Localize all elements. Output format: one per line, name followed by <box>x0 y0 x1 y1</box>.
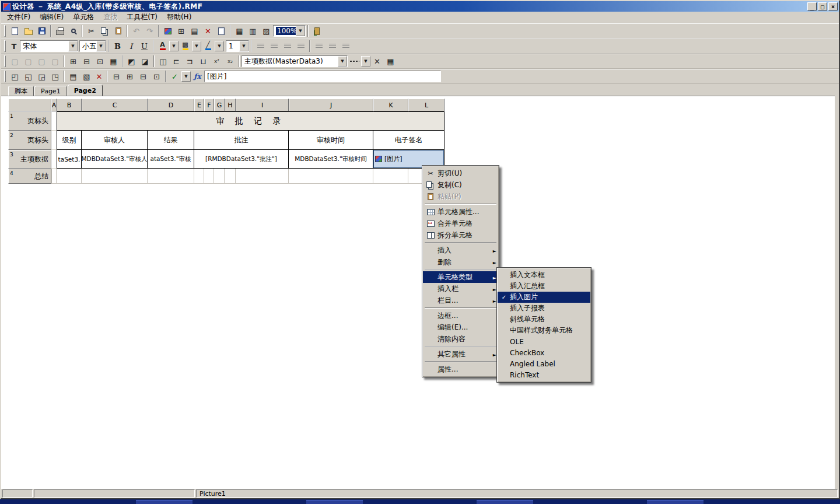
submenu-item-diagonal-cell[interactable]: 斜线单元格 <box>498 314 590 325</box>
print-button[interactable] <box>53 24 66 37</box>
cell-g4[interactable] <box>214 169 225 184</box>
fill-color-dropdown-icon[interactable] <box>192 41 201 51</box>
border-horizontal-button[interactable] <box>80 55 93 68</box>
col-header-k[interactable]: K <box>373 99 408 111</box>
cell-a4[interactable] <box>51 169 57 184</box>
col-header-a[interactable]: A <box>51 99 57 111</box>
header-cell-signature[interactable]: 电子签名 <box>373 131 444 150</box>
font-tool-button[interactable]: T <box>8 40 20 52</box>
valign-middle-button[interactable] <box>326 40 339 52</box>
menu-toolbars[interactable]: 工具栏(T) <box>122 11 162 23</box>
underline-button[interactable]: U <box>138 40 151 52</box>
copy-button[interactable] <box>98 24 111 37</box>
data-cell-level[interactable]: taSet3. <box>57 150 82 169</box>
exit-button[interactable] <box>310 24 324 37</box>
col-header-i[interactable]: I <box>236 99 289 111</box>
cell-k4[interactable] <box>373 169 408 184</box>
insert-col-right-button[interactable] <box>48 70 62 83</box>
taskbar-button[interactable] <box>647 500 704 504</box>
zoom-dropdown-icon[interactable] <box>296 26 305 36</box>
cell-e4[interactable] <box>194 169 204 184</box>
data-cell-reviewer[interactable]: MDBDataSet3."审核人 <box>82 150 148 169</box>
diagonal-down-button[interactable] <box>125 55 138 68</box>
toolbar-grip[interactable] <box>4 40 6 52</box>
band-footer-button[interactable] <box>136 70 150 83</box>
zoom-combo[interactable]: 100% <box>273 25 306 37</box>
show-grid-button[interactable] <box>384 55 397 68</box>
align-center-button[interactable] <box>267 40 281 52</box>
data-cell-time[interactable]: MDBDataSet3."审核时间 <box>289 150 373 169</box>
menu-item-cut[interactable]: ✂ 剪切(U) <box>423 167 498 179</box>
align-left-button[interactable] <box>254 40 267 52</box>
open-button[interactable] <box>22 24 35 37</box>
menu-item-edit[interactable]: 编辑(E)... <box>423 321 498 333</box>
font-name-combo[interactable]: 宋体 <box>20 40 78 52</box>
menu-cell[interactable]: 单元格 <box>68 11 99 23</box>
minimize-button[interactable]: _ <box>807 2 817 10</box>
merge-cells-button[interactable] <box>156 55 170 68</box>
band-summary-button[interactable] <box>150 70 163 83</box>
menu-item-paste[interactable]: 粘贴(P) <box>423 191 498 202</box>
band-detail-button[interactable] <box>123 70 136 83</box>
submenu-item-insert-subreport[interactable]: 插入子报表 <box>498 303 590 314</box>
delete-report-item-button[interactable] <box>201 24 215 37</box>
cell-c4[interactable] <box>82 169 148 184</box>
line-width-combo[interactable]: 1 <box>226 40 249 52</box>
menu-help[interactable]: 帮助(H) <box>162 11 196 23</box>
tab-page1[interactable]: Page1 <box>34 86 67 96</box>
row-header-4[interactable]: 4 总结 <box>8 169 51 184</box>
cell-b4[interactable] <box>57 169 82 184</box>
grid-view-button[interactable] <box>233 24 246 37</box>
toolbar-grip[interactable] <box>4 25 6 37</box>
insert-row-below-button[interactable] <box>22 70 35 83</box>
menu-item-insert[interactable]: 插入 <box>423 244 498 256</box>
submenu-item-chinese-finance-cell[interactable]: 中国样式财务单元格 <box>498 325 590 336</box>
font-name-dropdown-icon[interactable] <box>68 41 78 51</box>
menu-item-cell-type[interactable]: 单元格类型 <box>423 271 498 283</box>
insert-band-button[interactable] <box>188 24 201 37</box>
row-header-3[interactable]: 3 主项数据 <box>8 150 51 169</box>
save-button[interactable] <box>35 24 48 37</box>
columns-view-button[interactable] <box>246 24 260 37</box>
data-cell-result[interactable]: ataSet3."审核 <box>148 150 194 169</box>
design-canvas[interactable]: A B C D E F G H I J K L 1 页标头 审 批 记 录 2 … <box>1 96 835 489</box>
menu-item-clear-content[interactable]: 清除内容 <box>423 333 498 345</box>
delete-band-button[interactable] <box>93 70 105 83</box>
menu-file[interactable]: 文件(F) <box>2 11 35 23</box>
taskbar-button[interactable] <box>477 500 533 504</box>
delete-row-button[interactable] <box>66 70 80 83</box>
cell-a1[interactable] <box>51 111 57 131</box>
submenu-item-richtext[interactable]: RichText <box>498 369 590 380</box>
title-bar[interactable]: 设计器 － 系统_A4纵_入库(带多级审核、电子签名).RMF _ □ × <box>1 1 839 12</box>
insert-col-left-button[interactable] <box>35 70 48 83</box>
toolbar-grip[interactable] <box>4 55 6 67</box>
paste-button[interactable] <box>111 24 125 37</box>
frame-all-button[interactable] <box>48 55 62 68</box>
new-document-button[interactable] <box>8 24 22 37</box>
line-color-dropdown-icon[interactable] <box>215 41 224 51</box>
border-all-button[interactable] <box>66 55 80 68</box>
redo-button[interactable] <box>143 24 156 37</box>
line-style-button[interactable] <box>348 55 361 68</box>
bands-view-button[interactable] <box>260 24 273 37</box>
header-cell-comment[interactable]: 批注 <box>194 131 289 150</box>
header-cell-result[interactable]: 结果 <box>148 131 194 150</box>
report-title-cell[interactable]: 审 批 记 录 <box>57 111 444 131</box>
split-left-button[interactable] <box>170 55 183 68</box>
submenu-item-insert-picture[interactable]: ✓ 插入图片 <box>498 292 590 303</box>
insert-row-above-button[interactable] <box>8 70 22 83</box>
delete-col-button[interactable] <box>80 70 93 83</box>
confirm-expression-button[interactable] <box>168 70 181 83</box>
col-header-h[interactable]: H <box>225 99 236 111</box>
submenu-item-ole[interactable]: OLE <box>498 336 590 347</box>
menu-item-properties[interactable]: 属性... <box>423 363 498 375</box>
undo-button[interactable] <box>130 24 143 37</box>
bold-button[interactable]: B <box>111 40 124 52</box>
row-header-2[interactable]: 2 页标头 <box>8 131 51 150</box>
clear-dataset-button[interactable] <box>370 55 384 68</box>
menu-item-border[interactable]: 边框... <box>423 310 498 321</box>
fx-button[interactable]: ƒx <box>191 70 204 83</box>
split-bottom-button[interactable] <box>197 55 210 68</box>
menu-item-split-cells[interactable]: 拆分单元格 <box>423 229 498 241</box>
header-cell-level[interactable]: 级别 <box>57 131 82 150</box>
